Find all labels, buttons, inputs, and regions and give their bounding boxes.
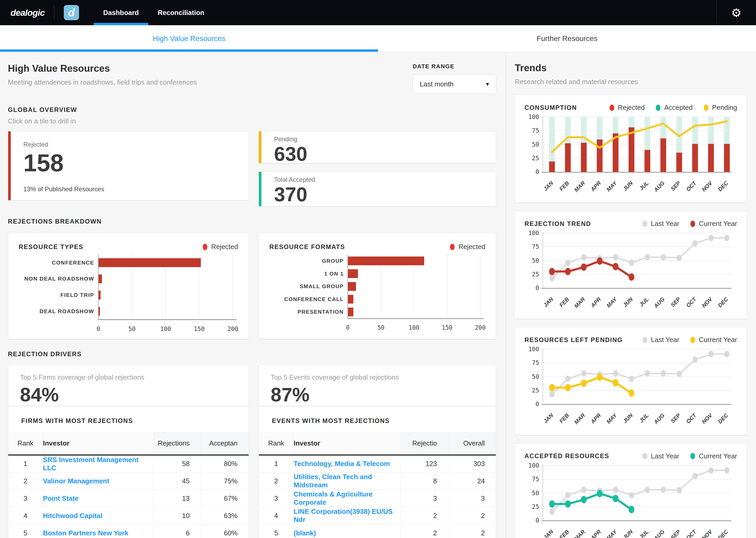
legend-dot-icon bbox=[656, 105, 660, 111]
svg-text:MAY: MAY bbox=[605, 296, 618, 309]
events-coverage-stat: Top 5 Events coverage of global rejectio… bbox=[259, 365, 496, 406]
stat-value: 87% bbox=[271, 384, 484, 406]
table-row: 5Boston Partners New York660% bbox=[8, 524, 249, 538]
value-cell: 24 bbox=[448, 472, 496, 490]
column-investor: Investor bbox=[43, 432, 153, 455]
tab-high-value-resources[interactable]: High Value Resources bbox=[0, 25, 378, 52]
trends-subtitle: Research related and material resources bbox=[515, 78, 748, 86]
legend-dot-icon bbox=[690, 453, 695, 459]
svg-text:100: 100 bbox=[160, 325, 171, 332]
svg-text:JAN: JAN bbox=[542, 296, 555, 308]
svg-text:0: 0 bbox=[536, 168, 539, 175]
column-rejections: Rejections bbox=[153, 432, 201, 455]
nav-tab-dashboard[interactable]: Dashboard bbox=[94, 0, 148, 25]
svg-text:MAR: MAR bbox=[573, 528, 586, 538]
svg-text:JUN: JUN bbox=[622, 412, 634, 424]
chart-legend: Rejected bbox=[450, 243, 485, 251]
svg-text:MAR: MAR bbox=[573, 412, 586, 425]
rank-cell: 2 bbox=[8, 472, 43, 490]
svg-text:FIELD TRIP: FIELD TRIP bbox=[60, 292, 94, 298]
value-cell: 303 bbox=[448, 455, 496, 472]
legend-dot-icon bbox=[690, 337, 695, 343]
chart-legend: Last YearCurrent Year bbox=[642, 452, 737, 460]
svg-text:AUG: AUG bbox=[653, 296, 666, 309]
table-header-row: Rank Investor Rejections Acceptan bbox=[8, 432, 249, 455]
events-table-heading: EVENTS WITH MOST REJECTIONS bbox=[259, 417, 496, 424]
resource-formats-card: RESOURCE FORMATS Rejected 050100150200GR… bbox=[259, 233, 496, 340]
chart-title: RESOURCE FORMATS bbox=[269, 243, 345, 250]
value-cell: 75% bbox=[201, 472, 249, 490]
investor-link[interactable]: Utilities, Clean Tech and Midstream bbox=[294, 472, 400, 490]
accepted-resources-chart: 0255075100JANFEBMARAPRMAYJUNJULAUGSEPOCT… bbox=[525, 463, 737, 538]
gear-icon[interactable]: ⚙ bbox=[717, 6, 756, 20]
legend-item: Rejected bbox=[609, 103, 645, 112]
svg-text:75: 75 bbox=[532, 476, 539, 483]
tile-pending[interactable]: Pending 630 bbox=[259, 131, 496, 164]
investor-link[interactable]: Chemicals & Agriculture Corporate bbox=[294, 490, 400, 507]
rank-cell: 3 bbox=[8, 490, 43, 507]
svg-text:SEP: SEP bbox=[669, 412, 682, 424]
table-row: 3Point State1367% bbox=[8, 490, 249, 507]
value-cell: 3 bbox=[400, 490, 448, 507]
table-row: 4LINE Corporation(3938) EU/US Ndr22 bbox=[259, 507, 496, 524]
investor-link[interactable]: Technology, Media & Telecom bbox=[294, 455, 400, 472]
top-bar: dealogic d Dashboard Reconciliation ⚙ bbox=[0, 0, 756, 25]
tile-rejected[interactable]: Rejected 158 13% of Published Resources bbox=[8, 131, 249, 201]
svg-text:NOV: NOV bbox=[701, 180, 714, 192]
svg-text:DEC: DEC bbox=[717, 528, 729, 538]
svg-text:DEAL ROADSHOW: DEAL ROADSHOW bbox=[40, 308, 94, 314]
date-range-select[interactable]: Last month ▾ bbox=[413, 75, 496, 93]
svg-text:NOV: NOV bbox=[701, 412, 714, 425]
svg-text:AUG: AUG bbox=[653, 412, 666, 425]
value-cell: 13 bbox=[153, 490, 201, 507]
tab-further-resources[interactable]: Further Resources bbox=[378, 25, 756, 52]
investor-link[interactable]: Point State bbox=[43, 490, 153, 507]
value-cell: 2 bbox=[448, 507, 496, 524]
stat-label: Top 5 Events coverage of global rejectio… bbox=[271, 373, 484, 381]
svg-text:75: 75 bbox=[532, 360, 539, 366]
column-overall: Overall bbox=[448, 432, 496, 455]
value-cell: 123 bbox=[400, 455, 448, 472]
investor-link[interactable]: (blank) bbox=[294, 524, 400, 538]
value-cell: 10 bbox=[153, 507, 201, 524]
investor-link[interactable]: LINE Corporation(3938) EU/US Ndr bbox=[294, 507, 400, 524]
resource-types-chart: 050100150200CONFERENCENON DEAL ROADSHOWF… bbox=[19, 253, 238, 335]
value-cell: 67% bbox=[201, 490, 249, 507]
investor-link[interactable]: Boston Partners New York bbox=[43, 524, 153, 538]
consumption-card: CONSUMPTION RejectedAcceptedPending 0255… bbox=[515, 95, 747, 203]
chart-title: CONSUMPTION bbox=[525, 104, 577, 111]
svg-text:APR: APR bbox=[589, 180, 602, 192]
trends-title: Trends bbox=[515, 63, 748, 74]
tile-label: Pending bbox=[274, 135, 485, 143]
svg-text:25: 25 bbox=[532, 503, 539, 510]
investor-link[interactable]: SRS Investment Management LLC bbox=[43, 455, 153, 472]
svg-text:75: 75 bbox=[532, 243, 539, 250]
events-table: Rank Investor Rejectio Overall 1Technolo… bbox=[259, 432, 496, 538]
date-range-value: Last month bbox=[420, 80, 453, 88]
chevron-down-icon: ▾ bbox=[486, 81, 489, 88]
rank-cell: 5 bbox=[8, 524, 43, 538]
nav-tab-reconciliation[interactable]: Reconciliation bbox=[148, 0, 214, 25]
svg-text:AUG: AUG bbox=[653, 528, 666, 538]
investor-link[interactable]: Hitchwood Capital bbox=[43, 507, 153, 524]
legend-dot-icon bbox=[203, 244, 208, 250]
svg-text:JUL: JUL bbox=[638, 180, 650, 191]
rank-cell: 4 bbox=[8, 507, 43, 524]
svg-text:MAR: MAR bbox=[573, 180, 586, 193]
svg-text:DEC: DEC bbox=[717, 296, 729, 309]
legend-dot-icon bbox=[642, 221, 647, 227]
svg-text:150: 150 bbox=[442, 324, 452, 331]
resources-left-pending-chart: 0255075100JANFEBMARAPRMAYJUNJULAUGSEPOCT… bbox=[525, 347, 737, 426]
svg-text:APR: APR bbox=[589, 528, 602, 538]
chart-legend: Rejected bbox=[203, 243, 238, 251]
tile-value: 630 bbox=[274, 144, 485, 164]
value-cell: 2 bbox=[400, 524, 448, 538]
firms-table-card: FIRMS WITH MOST REJECTIONS Rank Investor… bbox=[8, 406, 249, 538]
investor-link[interactable]: Valinor Management bbox=[43, 472, 153, 490]
firms-table: Rank Investor Rejections Acceptan 1SRS I… bbox=[8, 432, 249, 538]
rejections-breakdown-heading: REJECTIONS BREAKDOWN bbox=[8, 218, 496, 225]
tile-total-accepted[interactable]: Total Accepted 370 bbox=[259, 172, 496, 207]
table-header-row: Rank Investor Rejectio Overall bbox=[259, 432, 496, 455]
tile-accent-bar bbox=[259, 172, 261, 206]
svg-text:FEB: FEB bbox=[558, 412, 570, 424]
